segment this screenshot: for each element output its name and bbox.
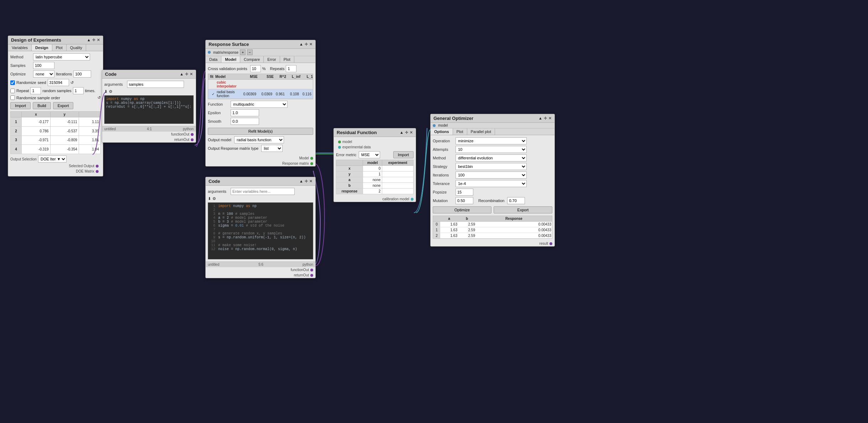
tab-design[interactable]: Design xyxy=(32,44,52,51)
residual-error-select[interactable]: MSE xyxy=(359,151,380,158)
strategy-select[interactable]: best1bin xyxy=(456,163,527,170)
residual-calibration-dot[interactable] xyxy=(411,198,414,201)
download-icon[interactable]: ⬇ xyxy=(104,89,107,94)
optimizer-result-dot[interactable] xyxy=(549,242,552,245)
move-icon[interactable]: ✛ xyxy=(92,38,95,42)
opt-method-select[interactable]: differential evolution xyxy=(456,154,527,162)
model-row-rbf[interactable]: ✓ radial basis function 0.00369 0.0369 0… xyxy=(208,89,313,99)
tab-model[interactable]: Model xyxy=(221,56,240,63)
up-icon[interactable]: ▲ xyxy=(538,116,542,121)
close-icon[interactable]: ✕ xyxy=(410,130,413,135)
operation-select[interactable]: minimize xyxy=(456,137,527,144)
rs-repeats-input[interactable] xyxy=(286,65,296,72)
refresh2-icon[interactable]: ↺ xyxy=(98,95,101,100)
tab-plot[interactable]: Plot xyxy=(52,44,67,51)
rs-function-select[interactable]: multiquadric xyxy=(231,101,288,108)
iterations-input[interactable] xyxy=(73,70,91,78)
rs-cv-row: Cross validation points % Repeats xyxy=(208,65,313,72)
residual-title: Residual Function xyxy=(337,130,377,135)
close-icon[interactable]: ✕ xyxy=(309,179,312,184)
refit-button[interactable]: Refit Model(s) xyxy=(208,128,313,135)
optimize-select[interactable]: none xyxy=(33,70,54,78)
tab-variables[interactable]: Variables xyxy=(8,44,32,51)
rs-output-model-select[interactable]: radial basis function xyxy=(234,136,284,143)
rbf-l1: 0.116 xyxy=(299,92,311,96)
optimizer-export-button[interactable]: Export xyxy=(494,206,552,213)
code1-returnout-dot[interactable] xyxy=(191,138,194,141)
rs-epsilon-input[interactable] xyxy=(231,109,259,116)
build-button[interactable]: Build xyxy=(33,102,51,109)
method-select[interactable]: latin hypercube xyxy=(33,53,90,60)
tolerance-select[interactable]: 1e-4 xyxy=(456,180,527,187)
rs-remove-button[interactable]: − xyxy=(247,49,253,55)
samples-input[interactable]: 100 xyxy=(33,62,54,69)
move-icon[interactable]: ✛ xyxy=(185,72,188,76)
settings-icon[interactable]: ⚙ xyxy=(109,89,112,94)
tab-error[interactable]: Error xyxy=(264,56,280,63)
selected-output-dot[interactable] xyxy=(96,165,99,168)
move-icon[interactable]: ✛ xyxy=(305,42,308,47)
opt-col-a: a xyxy=(440,216,458,221)
up-icon[interactable]: ▲ xyxy=(299,42,303,47)
model-row-cubic[interactable]: cubic interpolator xyxy=(208,80,313,89)
close-icon[interactable]: ✕ xyxy=(548,116,552,121)
close-icon[interactable]: ✕ xyxy=(97,38,100,42)
tab-options[interactable]: Options xyxy=(431,128,453,135)
import-button[interactable]: Import xyxy=(10,102,31,109)
move-icon[interactable]: ✛ xyxy=(305,179,308,184)
opt-iterations-select[interactable]: 100 xyxy=(456,171,527,179)
seed-input[interactable] xyxy=(48,79,69,86)
code1-args-input[interactable] xyxy=(127,81,184,88)
opt-method-row: Method differential evolution xyxy=(433,154,552,162)
rs-response-matrix-dot[interactable] xyxy=(310,162,313,165)
tab-plot[interactable]: Plot xyxy=(280,56,294,63)
tab-plot[interactable]: Plot xyxy=(453,128,467,135)
code2-args-input[interactable] xyxy=(231,188,295,195)
recombination-input[interactable] xyxy=(507,197,525,204)
rs-cv-input[interactable] xyxy=(250,65,261,72)
doe-matrix-dot[interactable] xyxy=(96,170,99,173)
popsize-input[interactable] xyxy=(456,189,473,196)
attempts-select[interactable]: 10 xyxy=(456,146,527,153)
rs-output-response-select[interactable]: list xyxy=(261,145,283,152)
rs-smooth-input[interactable] xyxy=(231,118,259,125)
rs-model-dot[interactable] xyxy=(310,157,313,160)
random-samples-input[interactable] xyxy=(73,87,84,94)
code1-editor[interactable]: import numpy as np s = np.abs(np.asarray… xyxy=(104,95,194,124)
up-icon[interactable]: ▲ xyxy=(299,179,303,184)
close-icon[interactable]: ✕ xyxy=(190,72,193,76)
randomize-checkbox[interactable] xyxy=(10,80,15,85)
randomize-order-checkbox[interactable] xyxy=(10,95,15,100)
up-icon[interactable]: ▲ xyxy=(87,38,91,42)
move-icon[interactable]: ✛ xyxy=(544,116,547,121)
tab-parallel-plot[interactable]: Parallel plot xyxy=(467,128,495,135)
code2-returnout-dot[interactable] xyxy=(310,274,313,277)
cell-v: 1.04 xyxy=(79,145,100,154)
cell-var: a xyxy=(336,177,363,183)
move-icon[interactable]: ✛ xyxy=(405,130,408,135)
rs-add-button[interactable]: + xyxy=(240,49,246,55)
residual-error-label: Error metric xyxy=(336,153,357,157)
download-icon[interactable]: ⬇ xyxy=(208,196,211,201)
tab-quality[interactable]: Quality xyxy=(67,44,86,51)
close-icon[interactable]: ✕ xyxy=(309,42,312,47)
tab-data[interactable]: Data xyxy=(206,56,221,63)
repeat-checkbox[interactable] xyxy=(10,89,15,93)
up-icon[interactable]: ▲ xyxy=(180,72,184,76)
refresh-icon[interactable]: ↺ xyxy=(70,80,74,85)
code2-editor[interactable]: 1import numpy as np 2 3n = 100 # samples… xyxy=(208,202,313,259)
export-button[interactable]: Export xyxy=(53,102,74,109)
settings-icon[interactable]: ⚙ xyxy=(212,196,216,201)
residual-import-button[interactable]: Import xyxy=(393,151,414,158)
output-selection-select[interactable]: DOE Iter ▼ xyxy=(38,155,67,163)
tab-compare[interactable]: Compare xyxy=(240,56,264,63)
mutation-input[interactable] xyxy=(456,197,473,204)
up-icon[interactable]: ▲ xyxy=(400,130,404,135)
optimizer-results-container: a b Response 0 1.63 2.59 0.00433 1 1.63 … xyxy=(433,216,552,239)
code1-functionout-dot[interactable] xyxy=(191,133,194,136)
optimize-button[interactable]: Optimize xyxy=(433,206,491,213)
repeat-value[interactable] xyxy=(30,87,41,94)
col-l1: L_1 xyxy=(300,75,313,79)
code2-functionout-dot[interactable] xyxy=(310,269,313,271)
opt-b: 2.59 xyxy=(458,233,476,238)
